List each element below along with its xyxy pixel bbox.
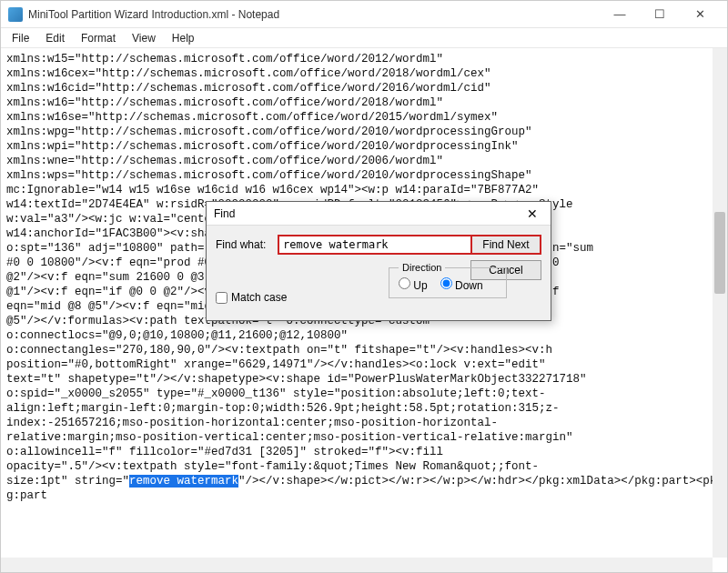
find-what-label: Find what: <box>216 238 270 251</box>
minimize-button[interactable]: — <box>600 2 640 27</box>
direction-group: Direction Up Down <box>389 267 507 298</box>
horizontal-scrollbar[interactable] <box>1 558 713 572</box>
window-titlebar: MiniTool Partition Wizard Introduction.x… <box>1 1 727 28</box>
direction-down-radio[interactable] <box>440 277 452 289</box>
find-next-button[interactable]: Find Next <box>470 235 541 255</box>
find-dialog-titlebar[interactable]: Find ✕ <box>207 202 551 226</box>
menu-edit[interactable]: Edit <box>38 30 72 46</box>
match-case-label: Match case <box>231 291 287 304</box>
search-highlight: remove watermark <box>129 475 238 488</box>
vertical-scrollbar[interactable] <box>713 48 727 558</box>
find-dialog-title: Find <box>214 207 520 220</box>
notepad-icon <box>8 7 23 22</box>
menu-bar: File Edit Format View Help <box>1 28 727 48</box>
menu-file[interactable]: File <box>5 30 36 46</box>
maximize-button[interactable]: ☐ <box>640 2 680 27</box>
direction-down-option[interactable]: Down <box>440 277 483 292</box>
find-close-button[interactable]: ✕ <box>520 206 545 221</box>
menu-view[interactable]: View <box>125 30 163 46</box>
scrollbar-thumb[interactable] <box>714 212 725 294</box>
match-case-option[interactable]: Match case <box>216 291 287 304</box>
find-dialog: Find ✕ Find what: Find Next Cancel Direc… <box>206 201 551 321</box>
direction-label: Direction <box>399 262 445 273</box>
menu-help[interactable]: Help <box>165 30 202 46</box>
direction-up-option[interactable]: Up <box>399 277 428 292</box>
window-title: MiniTool Partition Wizard Introduction.x… <box>28 8 600 21</box>
direction-up-radio[interactable] <box>399 277 410 289</box>
match-case-checkbox[interactable] <box>216 292 228 304</box>
menu-format[interactable]: Format <box>74 30 123 46</box>
close-button[interactable]: ✕ <box>680 2 720 27</box>
